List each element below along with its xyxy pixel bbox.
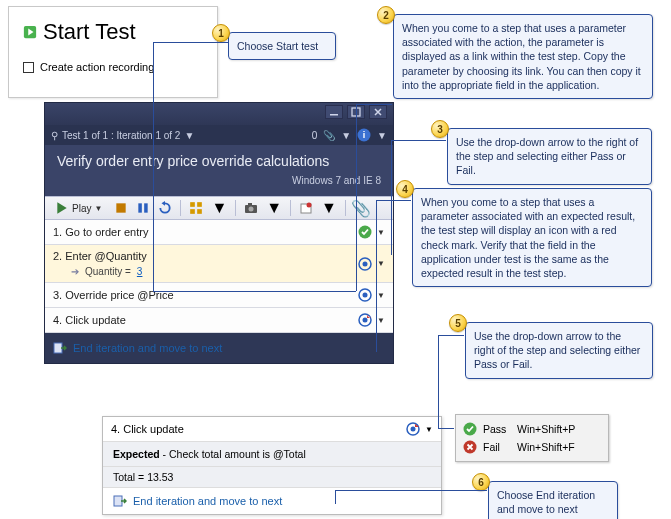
end-iteration-icon xyxy=(113,494,127,508)
reset-icon[interactable] xyxy=(158,201,172,215)
svg-text:i: i xyxy=(363,130,366,140)
svg-point-16 xyxy=(307,203,312,208)
chevron-down-icon[interactable]: ▼ xyxy=(321,199,337,217)
svg-rect-13 xyxy=(248,203,252,206)
svg-point-21 xyxy=(363,293,368,298)
svg-point-19 xyxy=(363,261,368,266)
create-recording-checkbox[interactable]: Create action recording xyxy=(23,61,203,73)
svg-rect-7 xyxy=(145,203,149,212)
step-row[interactable]: 2. Enter @Quantity ➔ Quantity = 3 ▼ xyxy=(45,245,393,283)
chevron-down-icon[interactable]: ▼ xyxy=(211,199,227,217)
expected-result-icon xyxy=(406,422,420,436)
svg-point-14 xyxy=(249,207,254,212)
expected-value: Total = 13.53 xyxy=(103,467,441,488)
titlebar xyxy=(45,103,393,125)
step-text: 2. Enter @Quantity xyxy=(53,250,147,262)
fail-item[interactable]: Fail Win+Shift+F xyxy=(463,438,601,456)
pass-icon xyxy=(463,422,477,436)
step-text: 1. Go to order entry xyxy=(53,226,358,238)
arrow-right-icon: ➔ xyxy=(71,266,79,277)
svg-rect-11 xyxy=(198,209,203,214)
create-recording-label: Create action recording xyxy=(40,61,154,73)
end-iteration-icon xyxy=(53,341,67,355)
step-row[interactable]: 1. Go to order entry ▼ xyxy=(45,220,393,245)
test-title: Verify order entry price override calcul… xyxy=(57,153,381,169)
fail-icon xyxy=(463,440,477,454)
expected-row: Expected - Check total amount is @Total xyxy=(103,442,441,467)
badge-4: 4 xyxy=(396,180,414,198)
callout-4: When you come to a step that uses a para… xyxy=(412,188,652,287)
chevron-down-icon: ▼ xyxy=(94,204,102,213)
info-icon[interactable]: i xyxy=(357,128,371,142)
badge-5: 5 xyxy=(449,314,467,332)
play-label: Play xyxy=(72,203,91,214)
chevron-down-icon[interactable]: ▼ xyxy=(266,199,282,217)
detail-step-text: 4. Click update xyxy=(111,423,184,435)
end-iteration-link[interactable]: End iteration and move to next xyxy=(103,488,441,514)
step-row[interactable]: 4. Click update ▼ xyxy=(45,308,393,333)
start-test-panel: Start Test Create action recording xyxy=(8,6,218,98)
bug-icon[interactable] xyxy=(299,201,313,215)
stop-icon[interactable] xyxy=(114,201,128,215)
iteration-label: Test 1 of 1 : Iteration 1 of 2 xyxy=(62,130,180,141)
step-row[interactable]: 3. Override price @Price ▼ xyxy=(45,283,393,308)
step-result-dropdown[interactable]: ▼ xyxy=(377,228,385,237)
svg-rect-10 xyxy=(191,209,196,214)
play-button[interactable]: Play ▼ xyxy=(51,200,106,216)
svg-rect-6 xyxy=(139,203,143,212)
badge-2: 2 xyxy=(377,6,395,24)
fail-label: Fail xyxy=(483,441,511,453)
callout-6: Choose End iteration and move to next xyxy=(488,481,618,519)
badge-6: 6 xyxy=(472,473,490,491)
camera-icon[interactable] xyxy=(244,201,258,215)
passfail-menu: Pass Win+Shift+P Fail Win+Shift+F xyxy=(455,414,609,462)
end-iteration-label: End iteration and move to next xyxy=(133,495,282,507)
chevron-down-icon[interactable]: ▼ xyxy=(341,130,351,141)
step-result-dropdown[interactable]: ▼ xyxy=(425,425,433,434)
chevron-down-icon[interactable]: ▼ xyxy=(377,130,387,141)
fail-shortcut: Win+Shift+F xyxy=(517,441,575,453)
svg-rect-8 xyxy=(191,202,196,207)
step-result-dropdown[interactable]: ▼ xyxy=(377,316,385,325)
svg-point-26 xyxy=(411,427,416,432)
svg-rect-27 xyxy=(114,496,122,506)
pass-icon xyxy=(358,225,372,239)
pause-icon[interactable] xyxy=(136,201,150,215)
callout-5: Use the drop-down arrow to the right of … xyxy=(465,322,653,379)
step-result-dropdown[interactable]: ▼ xyxy=(377,291,385,300)
toolbar: Play ▼ ▼ ▼ ▼ 📎 xyxy=(45,196,393,220)
param-link[interactable]: 3 xyxy=(137,266,143,277)
callout-3: Use the drop-down arrow to the right of … xyxy=(447,128,652,185)
active-step-icon xyxy=(358,288,372,302)
pass-item[interactable]: Pass Win+Shift+P xyxy=(463,420,601,438)
callout-2: When you come to a step that uses a para… xyxy=(393,14,653,99)
close-button[interactable] xyxy=(369,105,387,119)
end-iteration-label: End iteration and move to next xyxy=(73,342,222,354)
svg-rect-9 xyxy=(198,202,203,207)
checkbox-box-icon xyxy=(23,62,34,73)
end-iteration-link[interactable]: End iteration and move to next xyxy=(45,333,393,363)
play-square-icon xyxy=(23,25,37,39)
svg-rect-24 xyxy=(54,343,62,353)
pass-shortcut: Win+Shift+P xyxy=(517,423,575,435)
chevron-down-icon[interactable]: ▼ xyxy=(184,130,194,141)
param-label: Quantity = xyxy=(85,266,131,277)
active-step-icon xyxy=(358,257,372,271)
step-result-dropdown[interactable]: ▼ xyxy=(377,259,385,268)
svg-rect-5 xyxy=(117,203,126,212)
pass-label: Pass xyxy=(483,423,511,435)
steps-list: 1. Go to order entry ▼ 2. Enter @Quantit… xyxy=(45,220,393,333)
attachment-icon[interactable]: 📎 xyxy=(323,130,335,141)
grid-icon[interactable] xyxy=(189,201,203,215)
step-text: 4. Click update xyxy=(53,314,358,326)
callout-1: Choose Start test xyxy=(228,32,336,60)
step-detail-panel: 4. Click update ▼ Expected - Check total… xyxy=(102,416,442,515)
pin-icon[interactable]: ⚲ xyxy=(51,130,58,141)
counter-label: 0 xyxy=(312,130,318,141)
svg-rect-1 xyxy=(330,114,338,116)
expected-result-icon xyxy=(358,313,372,327)
start-test-label: Start Test xyxy=(43,19,136,45)
badge-1: 1 xyxy=(212,24,230,42)
test-runner-window: ⚲ Test 1 of 1 : Iteration 1 of 2 ▼ 0 📎 ▼… xyxy=(44,102,394,364)
minimize-button[interactable] xyxy=(325,105,343,119)
